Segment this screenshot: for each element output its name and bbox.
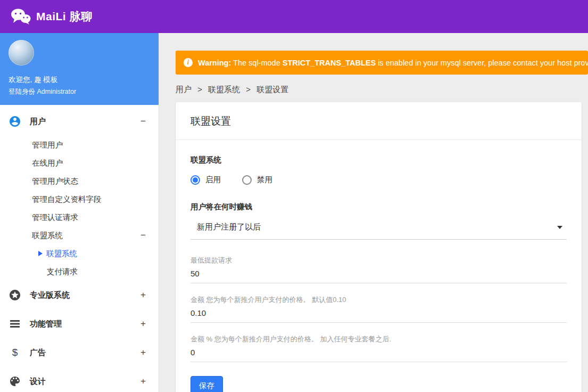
earn-time-selected-value: 新用户注册了以后 [197, 222, 261, 231]
earn-time-select[interactable]: 新用户注册了以后 [191, 218, 567, 240]
warning-sql-mode: STRICT_TRANS_TABLES [283, 59, 376, 67]
radio-enabled-icon[interactable] [191, 175, 200, 185]
sidebar-item-label: 功能管理 [30, 319, 62, 329]
expand-icon[interactable]: + [140, 347, 146, 358]
field-label: 最低提款请求 [191, 256, 567, 265]
caret-down-icon [557, 226, 562, 229]
brand-title: MaiLi 脉聊 [36, 9, 93, 24]
sidebar-item-feature-management[interactable]: 功能管理 + [0, 309, 159, 338]
top-header: MaiLi 脉聊 [0, 0, 588, 33]
card-title: 联盟设置 [176, 102, 582, 140]
expand-icon[interactable]: + [140, 376, 146, 387]
radio-enable-label: 启用 [205, 175, 221, 185]
breadcrumb-separator: > [246, 85, 251, 94]
warning-text-1: The sql-mode [231, 59, 282, 67]
avatar[interactable] [9, 40, 34, 66]
affiliate-settings-card: 联盟设置 联盟系统 启用 禁用 用户将在何时赚钱 新用户注册了以后 最低提款请求 [176, 102, 582, 392]
card-body: 联盟系统 启用 禁用 用户将在何时赚钱 新用户注册了以后 最低提款请求 [176, 140, 582, 392]
sidebar-item-ads[interactable]: $ 广告 + [0, 338, 159, 367]
collapse-icon[interactable]: − [140, 116, 146, 127]
warning-text-2: is enabled in your mysql server, please … [376, 59, 588, 67]
sidebar-item-label: 专业版系统 [30, 290, 70, 300]
min-withdrawal-field: 最低提款请求 [191, 256, 567, 283]
expand-icon[interactable]: + [140, 318, 146, 329]
breadcrumb-affiliate-settings: 联盟设置 [256, 85, 288, 94]
warning-text: Warning: The sql-mode STRICT_TRANS_TABLE… [198, 59, 588, 67]
wechat-logo-icon [11, 8, 31, 25]
save-button[interactable]: 保存 [191, 376, 223, 392]
sidebar-item-label: 广告 [30, 348, 46, 358]
welcome-text: 欢迎您, 趣 模板 [9, 75, 150, 85]
sidebar-item-affiliate-system[interactable]: 联盟系统 [0, 244, 159, 263]
min-withdrawal-input[interactable] [191, 265, 567, 283]
star-circle-icon [9, 289, 21, 301]
sidebar-item-label: 联盟系统 [32, 231, 63, 241]
sidebar-item-custom-profile-fields[interactable]: 管理自定义资料字段 [0, 190, 159, 208]
breadcrumb-separator: > [197, 85, 202, 94]
breadcrumb-affiliate-system[interactable]: 联盟系统 [208, 85, 240, 94]
referral-amount-field: 金额 您为每个新推介用户支付的价格。 默认值0.10 [191, 295, 567, 323]
breadcrumb: 用户 > 联盟系统 > 联盟设置 [176, 85, 588, 95]
sidebar: 欢迎您, 趣 模板 登陆身份 Administrator 用户 − 管理用户 在… [0, 33, 159, 392]
role-text: 登陆身份 Administrator [9, 87, 150, 96]
radio-disabled-icon[interactable] [242, 175, 252, 185]
sidebar-item-payment-requests[interactable]: 支付请求 [0, 263, 159, 281]
radio-option-enable[interactable]: 启用 [191, 175, 221, 185]
info-icon: i [184, 58, 193, 67]
sidebar-item-pro-system[interactable]: 专业版系统 + [0, 281, 159, 309]
earn-time-label: 用户将在何时赚钱 [191, 202, 567, 212]
sidebar-item-users[interactable]: 用户 − [0, 107, 159, 136]
sidebar-item-online-users[interactable]: 在线用户 [0, 154, 159, 172]
palette-icon [9, 375, 21, 388]
field-label: 金额 您为每个新推介用户支付的价格。 默认值0.10 [191, 295, 567, 305]
sidebar-item-label: 设计 [30, 377, 46, 387]
field-label: 金额 % 您为每个新推介用户支付的价格。 加入任何专业套餐之后. [191, 334, 567, 344]
sidebar-menu: 用户 − 管理用户 在线用户 管理用户状态 管理自定义资料字段 管理认证请求 联… [0, 105, 159, 392]
sidebar-item-verification-requests[interactable]: 管理认证请求 [0, 208, 159, 226]
sidebar-item-affiliate-group[interactable]: 联盟系统 − [0, 226, 159, 244]
sidebar-item-design[interactable]: 设计 + [0, 367, 159, 392]
collapse-icon[interactable]: − [140, 230, 146, 241]
breadcrumb-users[interactable]: 用户 [176, 85, 192, 94]
dollar-sign-icon: $ [9, 346, 21, 359]
affiliate-system-label: 联盟系统 [191, 155, 567, 165]
sidebar-item-label: 联盟系统 [46, 249, 77, 259]
radio-disable-label: 禁用 [257, 175, 272, 185]
referral-amount-input[interactable] [191, 305, 567, 323]
sidebar-item-label: 用户 [30, 117, 46, 127]
referral-percent-input[interactable] [191, 344, 567, 362]
sidebar-profile: 欢迎您, 趣 模板 登陆身份 Administrator [0, 33, 159, 105]
arrow-right-icon [38, 251, 43, 256]
warning-banner: i Warning: The sql-mode STRICT_TRANS_TAB… [176, 51, 588, 75]
referral-percent-field: 金额 % 您为每个新推介用户支付的价格。 加入任何专业套餐之后. [191, 334, 567, 362]
sidebar-item-manage-users[interactable]: 管理用户 [0, 136, 159, 154]
sidebar-item-user-status[interactable]: 管理用户状态 [0, 172, 159, 190]
expand-icon[interactable]: + [140, 290, 146, 300]
affiliate-radio-group: 启用 禁用 [191, 175, 567, 185]
radio-option-disable[interactable]: 禁用 [242, 175, 272, 185]
main-content: i Warning: The sql-mode STRICT_TRANS_TAB… [159, 33, 588, 392]
account-circle-icon [9, 115, 21, 128]
warning-bold-prefix: Warning: [198, 59, 231, 67]
list-bars-icon [9, 317, 21, 330]
